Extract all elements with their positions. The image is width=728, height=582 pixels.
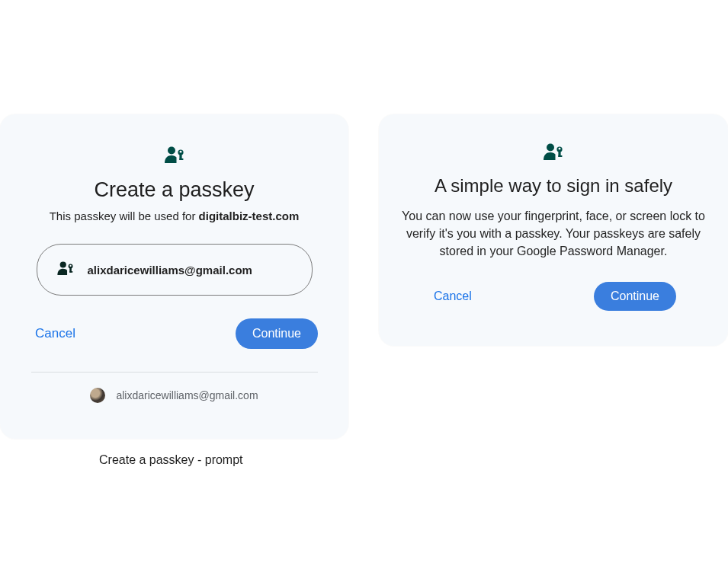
passkey-info-dialog: A simple way to sign in safely You can n…: [379, 114, 728, 346]
cancel-button[interactable]: Cancel: [32, 321, 79, 346]
svg-point-5: [59, 261, 66, 267]
subtitle-domain: digitalbiz-test.com: [199, 209, 300, 222]
passkey-icon: [165, 145, 184, 165]
cancel-button[interactable]: Cancel: [431, 285, 475, 308]
avatar: [90, 388, 105, 403]
create-passkey-dialog: Create a passkey This passkey will be us…: [0, 114, 348, 439]
account-email: alixdaricewilliams@gmail.com: [88, 264, 252, 277]
dialog-actions: Cancel Continue: [15, 318, 333, 349]
svg-rect-9: [69, 271, 72, 273]
info-title: A simple way to sign in safely: [435, 175, 672, 197]
dialog-title: Create a passkey: [94, 178, 254, 202]
dialog-actions: Cancel Continue: [402, 282, 705, 311]
continue-button[interactable]: Continue: [236, 318, 318, 349]
figure-caption: Create a passkey - prompt: [99, 453, 243, 467]
subtitle-prefix: This passkey will be used for: [50, 209, 199, 222]
svg-rect-14: [558, 155, 562, 157]
svg-rect-4: [179, 158, 183, 160]
divider: [31, 372, 318, 373]
signed-in-account: alixdaricewilliams@gmail.com: [90, 388, 258, 403]
svg-point-12: [559, 148, 561, 150]
svg-point-10: [547, 144, 554, 152]
svg-point-7: [69, 265, 71, 267]
account-selector[interactable]: alixdaricewilliams@gmail.com: [37, 244, 313, 296]
passkey-icon: [544, 142, 563, 161]
continue-button[interactable]: Continue: [594, 282, 676, 311]
info-body: You can now use your fingerprint, face, …: [402, 207, 705, 261]
dialog-subtitle: This passkey will be used for digitalbiz…: [50, 209, 300, 222]
svg-point-2: [179, 151, 181, 153]
passkey-icon: [57, 261, 74, 278]
footer-email: alixdaricewilliams@gmail.com: [116, 389, 258, 401]
svg-point-0: [168, 147, 175, 155]
